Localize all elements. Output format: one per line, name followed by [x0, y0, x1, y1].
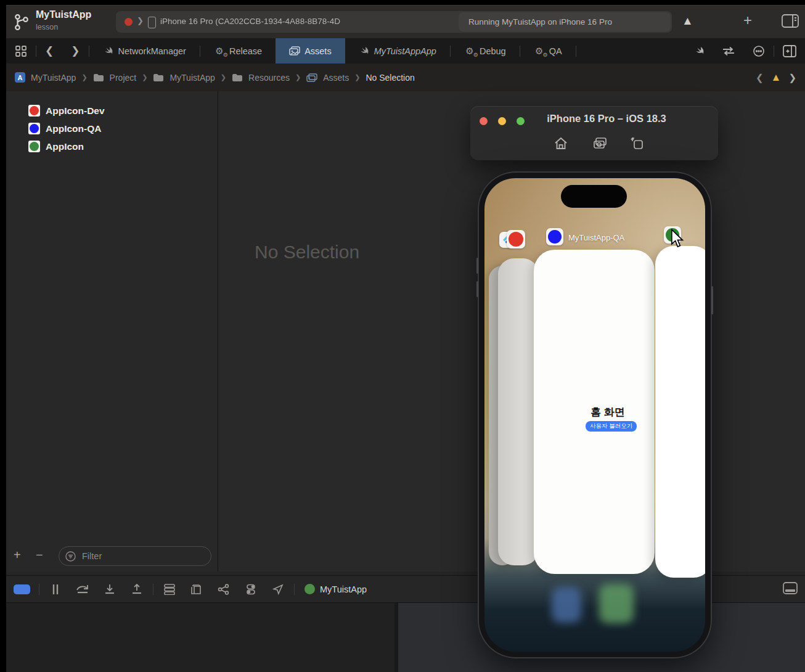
xcode-toolbar: MyTuistApp lesson ❯ iPhone 16 Pro (CA202… [6, 5, 805, 39]
assets-icon [289, 46, 300, 57]
asset-thumbnail [28, 123, 40, 134]
source-control-branch-icon [14, 13, 30, 31]
asset-list-sidebar: AppIcon-Dev AppIcon-QA AppIcon + − [6, 91, 218, 572]
tab-networkmanager[interactable]: NetworkManager [89, 38, 200, 64]
asset-name: AppIcon-QA [46, 123, 101, 134]
pause-icon[interactable] [48, 582, 63, 597]
back-button[interactable]: ❮ [36, 38, 62, 64]
issues-warning-icon[interactable]: ▲ [682, 14, 693, 28]
prev-issue-icon[interactable]: ❮ [756, 72, 764, 83]
tab-mytuistappapp[interactable]: MyTuistAppApp [345, 38, 450, 64]
scheme-selector[interactable]: ❯ iPhone 16 Pro (CA202CCB-1934-4A88-8B78… [116, 11, 672, 33]
asset-name: AppIcon [46, 141, 84, 152]
folder-icon [93, 73, 104, 82]
tab-assets[interactable]: Assets [276, 38, 345, 64]
app-card-mytuistapp-qa[interactable]: 홈 화면 사용자 불러오기 [534, 250, 655, 574]
chevron-right-icon: ❯ [221, 73, 226, 81]
power-button [711, 286, 713, 314]
mouse-cursor [671, 229, 685, 248]
add-editor-icon[interactable] [774, 38, 805, 64]
breadcrumb-item[interactable]: Assets [323, 73, 349, 83]
tab-label: Debug [480, 46, 506, 56]
activity-status: Running MyTuistApp on iPhone 16 Pro [468, 17, 612, 27]
editor-no-selection-placeholder: No Selection [255, 242, 359, 263]
asset-row-appicon[interactable]: AppIcon [28, 137, 84, 155]
remove-asset-button[interactable]: − [36, 548, 43, 562]
more-options-icon[interactable] [744, 38, 774, 64]
asset-row-appicon-dev[interactable]: AppIcon-Dev [28, 102, 105, 120]
debug-area-toggle-icon[interactable] [783, 582, 798, 594]
step-over-icon[interactable] [75, 582, 90, 597]
breakpoints-toggle[interactable] [14, 584, 30, 594]
app-home-title: 홈 화면 [558, 405, 657, 419]
simulator-titlebar[interactable]: iPhone 16 Pro – iOS 18.3 [470, 106, 718, 160]
blurred-dock-icon-green [599, 584, 634, 623]
red-circle-icon [509, 232, 523, 247]
step-into-icon[interactable] [102, 582, 117, 597]
step-out-icon[interactable] [129, 582, 144, 597]
dev-app-icon[interactable] [507, 230, 525, 248]
library-add-button[interactable]: + [743, 12, 752, 29]
chevron-right-icon: ❯ [81, 73, 87, 81]
sidebar-footer: + − [6, 544, 218, 572]
chevron-right-icon: ❯ [295, 73, 301, 81]
warning-triangle-icon[interactable]: ▲ [771, 72, 782, 84]
simulator-screen[interactable]: 홈 화면 사용자 불러오기 MyTuistApp-QA [484, 178, 705, 652]
load-user-button[interactable]: 사용자 불러오기 [586, 421, 637, 432]
tab-debug[interactable]: ⚙ Debug [451, 38, 520, 64]
tab-label: NetworkManager [118, 46, 186, 56]
screen: { "toolbar": { "project_title": "MyTuist… [0, 0, 805, 672]
breadcrumb: A MyTuistApp ❯ Project ❯ MyTuistApp ❯ Re… [6, 64, 805, 92]
code-review-icon[interactable] [713, 38, 744, 64]
home-icon[interactable] [553, 136, 569, 152]
filter-field[interactable] [59, 546, 211, 566]
tab-qa[interactable]: ⚙ QA [520, 38, 576, 64]
breadcrumb-item[interactable]: MyTuistApp [31, 73, 76, 83]
gear-icon: ⚙ [534, 46, 545, 57]
filter-icon [65, 551, 76, 562]
memory-graph-icon[interactable] [189, 582, 204, 597]
tab-label: QA [549, 46, 562, 56]
project-app-icon: A [15, 72, 25, 83]
run-destination[interactable]: iPhone 16 Pro (CA202CCB-1934-4A88-8B78-4… [160, 17, 444, 28]
rotate-icon[interactable] [629, 136, 645, 152]
view-hierarchy-icon[interactable] [162, 582, 177, 597]
app-card-background-1[interactable] [498, 258, 539, 565]
assets-catalog-icon [306, 73, 317, 82]
app-switcher-label: MyTuistApp-QA [568, 233, 624, 242]
swift-icon [103, 46, 114, 57]
tab-release[interactable]: ⚙ Release [200, 38, 276, 64]
swift-icon [359, 46, 370, 57]
breadcrumb-item[interactable]: Resources [248, 73, 290, 83]
simulate-location-icon[interactable] [271, 582, 285, 597]
app-card-right[interactable] [655, 246, 705, 578]
swift-file-icon [686, 38, 713, 64]
breadcrumb-item[interactable]: MyTuistApp [170, 73, 215, 83]
device-icon [148, 17, 156, 28]
chevron-right-icon: ❯ [354, 73, 360, 81]
fork-icon[interactable] [216, 582, 231, 597]
breadcrumb-item[interactable]: Project [110, 73, 137, 83]
asset-row-appicon-qa[interactable]: AppIcon-QA [28, 120, 101, 137]
add-asset-button[interactable]: + [14, 548, 21, 562]
activity-viewer: Running MyTuistApp on iPhone 16 Pro [459, 12, 671, 31]
screenshot-icon[interactable] [592, 136, 608, 152]
next-issue-icon[interactable]: ❯ [788, 72, 796, 83]
breadcrumb-selection: No Selection [366, 73, 414, 83]
folder-icon [153, 73, 164, 82]
overrides-icon[interactable] [243, 582, 258, 597]
asset-thumbnail [28, 105, 40, 117]
scheme-app-icon [125, 18, 133, 26]
inspector-toggle-icon[interactable] [782, 14, 799, 28]
volume-down-button [476, 281, 478, 297]
dynamic-island [561, 185, 627, 208]
editor-tab-bar: ❮ ❯ NetworkManager ⚙ Release Assets [6, 38, 805, 64]
filter-input[interactable] [81, 551, 182, 562]
running-app-label[interactable]: MyTuistApp [320, 584, 367, 594]
gear-icon: ⚙ [464, 46, 475, 57]
qa-app-icon[interactable] [546, 228, 563, 245]
project-subtitle: lesson [36, 23, 58, 31]
forward-button[interactable]: ❯ [62, 38, 88, 64]
asset-thumbnail [28, 141, 40, 152]
related-items-icon[interactable] [6, 38, 36, 64]
